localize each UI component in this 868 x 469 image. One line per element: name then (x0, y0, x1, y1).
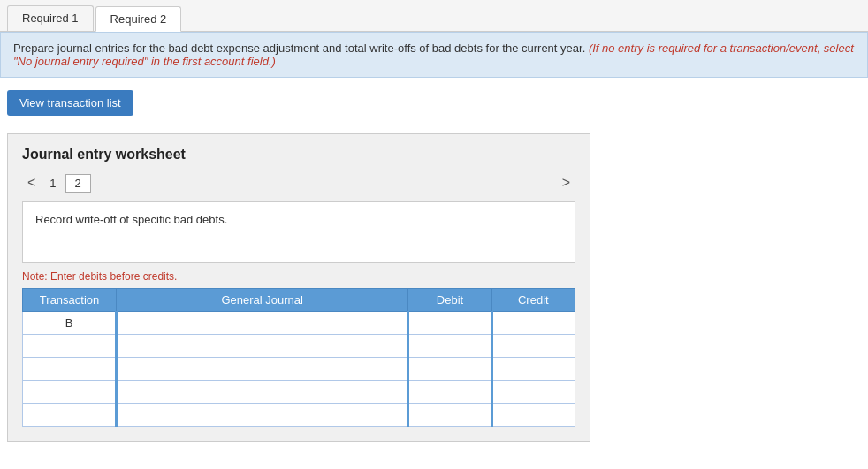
input-general-journal[interactable] (123, 408, 401, 421)
table-row (23, 358, 575, 381)
col-header-general-journal: General Journal (117, 289, 408, 312)
cell-general-journal (117, 358, 408, 381)
col-header-credit: Credit (491, 289, 575, 312)
input-general-journal[interactable] (123, 339, 401, 352)
input-debit[interactable] (415, 316, 484, 329)
nav-row: < 1 2 > (22, 173, 575, 193)
journal-table: Transaction General Journal Debit Credit… (22, 288, 575, 427)
nav-page-2[interactable]: 2 (65, 174, 91, 193)
view-transaction-list-button[interactable]: View transaction list (7, 90, 133, 116)
cell-transaction (23, 381, 117, 404)
input-credit[interactable] (499, 362, 569, 375)
cell-transaction (23, 335, 117, 358)
info-banner: Prepare journal entries for the bad debt… (0, 32, 868, 78)
input-credit[interactable] (499, 316, 569, 329)
table-row (23, 335, 575, 358)
cell-general-journal (117, 335, 408, 358)
cell-debit (408, 312, 491, 335)
table-row (23, 404, 575, 427)
cell-debit (408, 358, 491, 381)
cell-general-journal (117, 312, 408, 335)
nav-page-1[interactable]: 1 (41, 175, 65, 192)
cell-debit (408, 381, 491, 404)
input-debit[interactable] (415, 339, 484, 352)
table-row (23, 381, 575, 404)
input-general-journal[interactable] (123, 362, 401, 375)
nav-next-arrow[interactable]: > (557, 173, 575, 193)
cell-credit (491, 381, 575, 404)
record-text: Record write-off of specific bad debts. (35, 213, 227, 226)
input-credit[interactable] (499, 339, 569, 352)
cell-credit (491, 358, 575, 381)
table-row: B (23, 312, 575, 335)
nav-prev-arrow[interactable]: < (22, 173, 41, 193)
col-header-transaction: Transaction (23, 289, 117, 312)
record-box: Record write-off of specific bad debts. (22, 201, 575, 263)
tabs-bar: Required 1 Required 2 (0, 0, 868, 32)
banner-text-main: Prepare journal entries for the bad debt… (13, 42, 585, 55)
cell-credit (491, 404, 575, 427)
cell-debit (408, 335, 491, 358)
worksheet-container: Journal entry worksheet < 1 2 > Record w… (7, 133, 590, 442)
input-debit[interactable] (415, 408, 484, 421)
input-credit[interactable] (499, 385, 569, 398)
cell-transaction (23, 404, 117, 427)
input-debit[interactable] (415, 362, 484, 375)
cell-general-journal (117, 381, 408, 404)
cell-transaction: B (23, 312, 117, 335)
worksheet-title: Journal entry worksheet (22, 147, 575, 163)
table-header-row: Transaction General Journal Debit Credit (23, 289, 575, 312)
note-text: Note: Enter debits before credits. (22, 270, 575, 283)
col-header-debit: Debit (408, 289, 491, 312)
cell-general-journal (117, 404, 408, 427)
cell-credit (491, 335, 575, 358)
input-general-journal[interactable] (123, 385, 401, 398)
input-general-journal[interactable] (123, 316, 401, 329)
cell-transaction (23, 358, 117, 381)
input-debit[interactable] (415, 385, 484, 398)
cell-credit (491, 312, 575, 335)
input-credit[interactable] (499, 408, 569, 421)
tab-required1[interactable]: Required 1 (7, 5, 94, 31)
cell-debit (408, 404, 491, 427)
tab-required2[interactable]: Required 2 (95, 6, 182, 32)
